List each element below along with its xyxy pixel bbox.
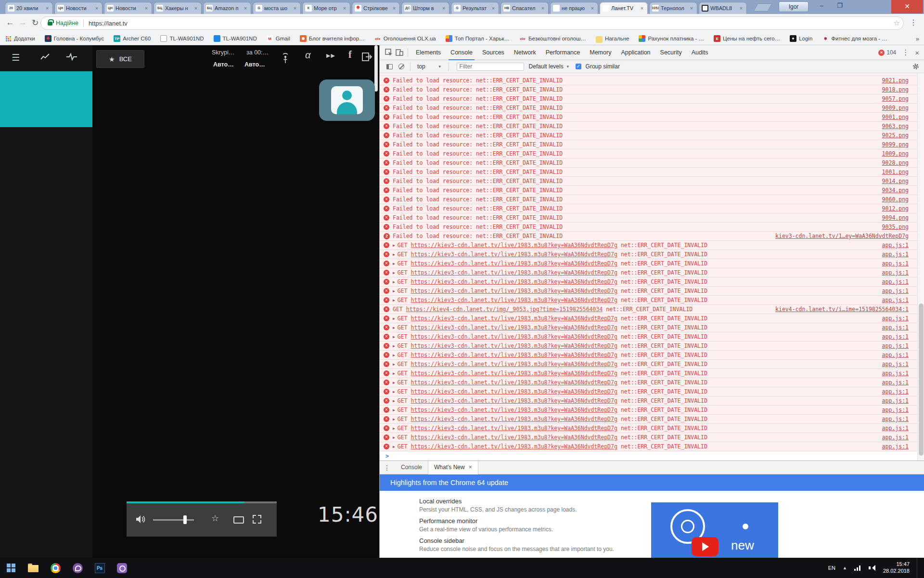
show-desktop-button[interactable] [917, 558, 920, 578]
stats-chart-icon[interactable] [40, 53, 50, 61]
browser-tab[interactable]: ЦН Новости × [104, 2, 152, 14]
request-url-link[interactable]: https://kiev3-cdn.lanet.tv/live/1983.m3u… [411, 443, 617, 450]
browser-tab[interactable]: 0352 Тернопол × [649, 2, 697, 14]
window-close-button[interactable]: ✕ [891, 0, 923, 13]
expand-arrow-icon[interactable]: ▶ [393, 399, 395, 403]
fullscreen-icon[interactable] [253, 515, 261, 524]
console-filter-input[interactable] [457, 63, 524, 71]
bookmark-item[interactable]: Топ Портал - Харьк… [446, 35, 510, 42]
request-url-link[interactable]: https://kiev3-cdn.lanet.tv/live/1983.m3u… [411, 260, 617, 267]
expand-arrow-icon[interactable]: ▶ [393, 262, 395, 266]
network-signal-icon[interactable] [854, 565, 861, 571]
drawer-tab-console[interactable]: Console [395, 461, 428, 474]
source-link[interactable]: 1001.png [882, 169, 909, 175]
source-link[interactable]: app.js:1 [882, 352, 909, 358]
browser-tab[interactable]: ДС Шторм в × [401, 2, 449, 14]
progress-bar-track[interactable] [244, 501, 277, 503]
taskbar-clock[interactable]: 15:47 28.02.2018 [883, 561, 910, 575]
browser-tab[interactable]: БЦ Хакеры н × [154, 2, 202, 14]
console-prompt[interactable]: > [380, 451, 917, 460]
drawer-tab-close-icon[interactable]: × [469, 461, 472, 474]
chrome-button[interactable] [44, 558, 66, 578]
devtools-close-icon[interactable]: × [915, 49, 919, 57]
source-link[interactable]: app.js:1 [882, 416, 909, 422]
tab-close-icon[interactable]: × [143, 5, 149, 11]
volume-icon[interactable] [135, 514, 146, 524]
log-levels-dropdown[interactable]: Default levels ▼ [529, 63, 570, 70]
tab-close-icon[interactable]: × [243, 5, 248, 11]
expand-arrow-icon[interactable]: ▶ [393, 381, 395, 385]
bookmarks-overflow-chevron[interactable]: » [916, 35, 919, 42]
bookmark-item[interactable]: olx Безкоштовні оголош… [519, 35, 586, 42]
expand-arrow-icon[interactable]: ▶ [393, 316, 395, 321]
source-link[interactable]: app.js:1 [882, 315, 909, 322]
browser-tab[interactable]: ЦН Новости × [54, 2, 103, 14]
source-link[interactable]: kiev4-cdn.lanet.tv/i…ime=1519825564034:1 [775, 306, 909, 313]
request-url-link[interactable]: https://kiev3-cdn.lanet.tv/live/1983.m3u… [411, 324, 617, 331]
pulse-icon[interactable] [66, 53, 77, 61]
source-link[interactable]: app.js:1 [882, 379, 909, 386]
expand-arrow-icon[interactable]: ▶ [393, 252, 395, 257]
browser-tab[interactable]: БЦ Amazon п × [203, 2, 251, 14]
source-link[interactable]: app.js:1 [882, 260, 909, 267]
tab-close-icon[interactable]: × [590, 5, 595, 11]
source-link[interactable]: app.js:1 [882, 342, 909, 349]
tab-close-icon[interactable]: × [292, 5, 298, 11]
bookmark-item[interactable]: olx Оголошення OLX.ua [374, 35, 436, 42]
favorite-star-icon[interactable]: ☆ [211, 513, 219, 524]
bookmark-item[interactable]: Нагальне [596, 35, 629, 43]
reload-button[interactable]: ↻ [30, 18, 40, 28]
expand-arrow-icon[interactable]: ▶ [393, 426, 395, 431]
device-toolbar-icon[interactable] [394, 48, 405, 57]
checkbox-checked-icon[interactable]: ✓ [576, 64, 581, 69]
language-indicator[interactable]: EN [828, 565, 835, 571]
expand-arrow-icon[interactable]: ▶ [393, 435, 395, 440]
source-link[interactable]: app.js:1 [882, 388, 909, 395]
expand-arrow-icon[interactable]: ▶ [393, 362, 395, 367]
hidden-icons-arrow[interactable]: ▲ [843, 565, 847, 570]
devtools-tab[interactable]: Sources [477, 45, 509, 60]
bookmark-item[interactable]: Головна - Колумбус [45, 35, 104, 42]
request-url-link[interactable]: https://kiev3-cdn.lanet.tv/live/1983.m3u… [411, 242, 617, 249]
bookmark-star-icon[interactable]: ☆ [894, 19, 900, 27]
exit-fullwindow-icon[interactable] [362, 52, 372, 62]
devtools-tab[interactable]: Memory [585, 45, 616, 60]
expand-arrow-icon[interactable]: ▶ [393, 335, 395, 339]
source-link[interactable]: app.js:1 [882, 297, 909, 303]
tab-close-icon[interactable]: × [342, 5, 347, 11]
request-url-link[interactable]: https://kiev3-cdn.lanet.tv/live/1983.m3u… [411, 434, 617, 441]
request-url-link[interactable]: https://kiev4-cdn.lanet.tv/img/_9053.jpg… [406, 306, 603, 313]
new-tab-button[interactable] [753, 3, 772, 12]
tab-close-icon[interactable]: × [738, 5, 744, 11]
menu-hamburger-icon[interactable]: ☰ [12, 52, 20, 63]
source-link[interactable]: 9009.png [882, 105, 909, 111]
devtools-tab[interactable]: Network [509, 45, 541, 60]
request-url-link[interactable]: https://kiev3-cdn.lanet.tv/live/1983.m3u… [411, 425, 617, 432]
source-link[interactable]: app.js:1 [882, 370, 909, 377]
fast-forward-icon[interactable]: ▶▶ [326, 53, 335, 59]
expand-arrow-icon[interactable]: ▶ [393, 344, 395, 348]
browser-tab[interactable]: НВ Спасател × [500, 2, 549, 14]
expand-arrow-icon[interactable]: ▶ [393, 353, 395, 357]
volume-slider-track[interactable] [153, 519, 194, 521]
request-url-link[interactable]: https://kiev3-cdn.lanet.tv/live/1983.m3u… [411, 251, 617, 258]
expand-arrow-icon[interactable]: ▶ [393, 408, 395, 412]
selected-channel-highlight[interactable] [0, 71, 92, 127]
expand-arrow-icon[interactable]: ▶ [393, 371, 395, 376]
request-url-link[interactable]: https://kiev3-cdn.lanet.tv/live/1983.m3u… [411, 333, 617, 340]
request-url-link[interactable]: https://kiev3-cdn.lanet.tv/live/1983.m3u… [411, 388, 617, 395]
clear-console-icon[interactable] [398, 64, 404, 69]
facebook-icon[interactable]: f [348, 49, 352, 60]
tab-close-icon[interactable]: × [639, 5, 645, 11]
source-link[interactable]: 9094.png [882, 214, 909, 221]
source-link[interactable]: 9063.png [882, 123, 909, 130]
photoshop-button[interactable]: Ps [89, 558, 111, 578]
request-url-link[interactable]: https://kiev3-cdn.lanet.tv/live/1983.m3u… [411, 370, 617, 377]
source-link[interactable]: app.js:1 [882, 333, 909, 340]
source-link[interactable]: 1009.png [882, 150, 909, 157]
epg-channel-name[interactable]: Авто… [213, 61, 234, 68]
bookmark-item[interactable]: Блог вчителя інфор… [300, 35, 365, 42]
source-link[interactable]: app.js:1 [882, 407, 909, 413]
source-link[interactable]: 9025.png [882, 132, 909, 139]
expand-arrow-icon[interactable]: ▶ [393, 280, 395, 284]
